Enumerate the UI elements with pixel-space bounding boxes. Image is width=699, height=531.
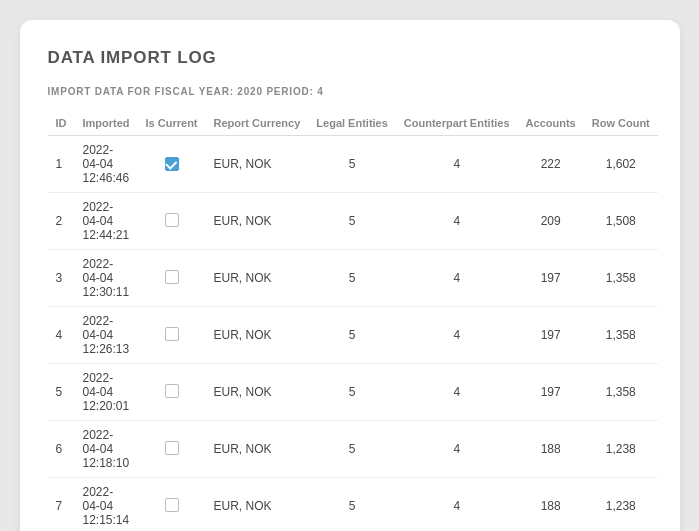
cell-id: 4 xyxy=(48,307,75,364)
cell-is-current[interactable] xyxy=(138,193,206,250)
checkbox-empty-icon[interactable] xyxy=(165,213,179,227)
cell-counterpart-entities: 4 xyxy=(396,136,518,193)
cell-imported: 2022-04-04 12:46:46 xyxy=(75,136,138,193)
cell-is-current[interactable] xyxy=(138,250,206,307)
cell-report-currency: EUR, NOK xyxy=(206,478,309,532)
table-row: 42022-04-04 12:26:13EUR, NOK541971,358 xyxy=(48,307,658,364)
cell-is-current[interactable] xyxy=(138,364,206,421)
cell-row-count: 1,358 xyxy=(584,307,658,364)
cell-accounts: 188 xyxy=(518,421,584,478)
cell-legal-entities: 5 xyxy=(308,364,396,421)
cell-accounts: 197 xyxy=(518,250,584,307)
col-row-count: Row Count xyxy=(584,111,658,136)
checkbox-empty-icon[interactable] xyxy=(165,270,179,284)
cell-accounts: 197 xyxy=(518,307,584,364)
cell-is-current[interactable] xyxy=(138,307,206,364)
cell-accounts: 188 xyxy=(518,478,584,532)
table-header: ID Imported Is Current Report Currency L… xyxy=(48,111,658,136)
cell-legal-entities: 5 xyxy=(308,136,396,193)
table-row: 62022-04-04 12:18:10EUR, NOK541881,238 xyxy=(48,421,658,478)
cell-id: 1 xyxy=(48,136,75,193)
col-id: ID xyxy=(48,111,75,136)
cell-id: 3 xyxy=(48,250,75,307)
col-accounts: Accounts xyxy=(518,111,584,136)
table-row: 12022-04-04 12:46:46EUR, NOK542221,602 xyxy=(48,136,658,193)
cell-accounts: 222 xyxy=(518,136,584,193)
cell-report-currency: EUR, NOK xyxy=(206,136,309,193)
table-row: 52022-04-04 12:20:01EUR, NOK541971,358 xyxy=(48,364,658,421)
checkbox-empty-icon[interactable] xyxy=(165,441,179,455)
cell-accounts: 197 xyxy=(518,364,584,421)
cell-legal-entities: 5 xyxy=(308,421,396,478)
cell-report-currency: EUR, NOK xyxy=(206,193,309,250)
checkbox-empty-icon[interactable] xyxy=(165,384,179,398)
cell-counterpart-entities: 4 xyxy=(396,250,518,307)
cell-counterpart-entities: 4 xyxy=(396,364,518,421)
page-title: DATA IMPORT LOG xyxy=(48,48,652,68)
main-card: DATA IMPORT LOG IMPORT DATA FOR FISCAL Y… xyxy=(20,20,680,531)
cell-report-currency: EUR, NOK xyxy=(206,421,309,478)
cell-id: 6 xyxy=(48,421,75,478)
cell-legal-entities: 5 xyxy=(308,307,396,364)
cell-accounts: 209 xyxy=(518,193,584,250)
cell-is-current[interactable] xyxy=(138,478,206,532)
cell-report-currency: EUR, NOK xyxy=(206,364,309,421)
table-row: 22022-04-04 12:44:21EUR, NOK542091,508 xyxy=(48,193,658,250)
checkbox-empty-icon[interactable] xyxy=(165,327,179,341)
col-report-currency: Report Currency xyxy=(206,111,309,136)
cell-id: 2 xyxy=(48,193,75,250)
cell-counterpart-entities: 4 xyxy=(396,193,518,250)
cell-id: 5 xyxy=(48,364,75,421)
cell-imported: 2022-04-04 12:44:21 xyxy=(75,193,138,250)
cell-is-current[interactable] xyxy=(138,421,206,478)
cell-imported: 2022-04-04 12:15:14 xyxy=(75,478,138,532)
cell-report-currency: EUR, NOK xyxy=(206,250,309,307)
cell-report-currency: EUR, NOK xyxy=(206,307,309,364)
checkbox-checked-icon[interactable] xyxy=(165,157,179,171)
cell-imported: 2022-04-04 12:18:10 xyxy=(75,421,138,478)
table-row: 72022-04-04 12:15:14EUR, NOK541881,238 xyxy=(48,478,658,532)
cell-counterpart-entities: 4 xyxy=(396,478,518,532)
cell-id: 7 xyxy=(48,478,75,532)
cell-row-count: 1,358 xyxy=(584,364,658,421)
col-is-current: Is Current xyxy=(138,111,206,136)
cell-imported: 2022-04-04 12:20:01 xyxy=(75,364,138,421)
col-imported: Imported xyxy=(75,111,138,136)
cell-imported: 2022-04-04 12:26:13 xyxy=(75,307,138,364)
cell-row-count: 1,238 xyxy=(584,421,658,478)
cell-row-count: 1,358 xyxy=(584,250,658,307)
cell-legal-entities: 5 xyxy=(308,478,396,532)
page-subtitle: IMPORT DATA FOR FISCAL YEAR: 2020 PERIOD… xyxy=(48,86,652,97)
cell-is-current[interactable] xyxy=(138,136,206,193)
cell-imported: 2022-04-04 12:30:11 xyxy=(75,250,138,307)
col-counterpart-entities: Counterpart Entities xyxy=(396,111,518,136)
table-body: 12022-04-04 12:46:46EUR, NOK542221,60222… xyxy=(48,136,658,532)
cell-legal-entities: 5 xyxy=(308,250,396,307)
cell-row-count: 1,238 xyxy=(584,478,658,532)
checkbox-empty-icon[interactable] xyxy=(165,498,179,512)
data-import-table: ID Imported Is Current Report Currency L… xyxy=(48,111,658,531)
cell-row-count: 1,508 xyxy=(584,193,658,250)
cell-legal-entities: 5 xyxy=(308,193,396,250)
col-legal-entities: Legal Entities xyxy=(308,111,396,136)
cell-counterpart-entities: 4 xyxy=(396,421,518,478)
cell-row-count: 1,602 xyxy=(584,136,658,193)
cell-counterpart-entities: 4 xyxy=(396,307,518,364)
table-row: 32022-04-04 12:30:11EUR, NOK541971,358 xyxy=(48,250,658,307)
